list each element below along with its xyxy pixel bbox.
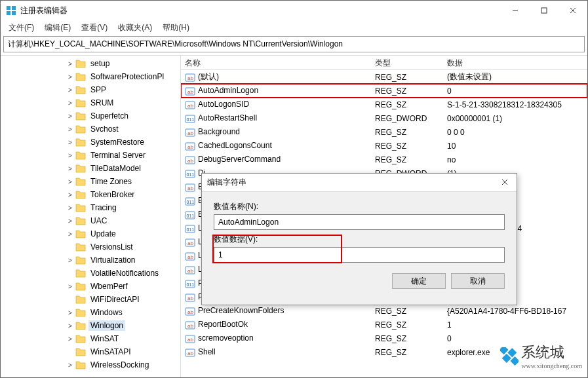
list-row[interactable]: abBackgroundREG_SZ0 0 0 bbox=[181, 125, 587, 139]
tree-item[interactable]: >SPP bbox=[1, 83, 180, 96]
expand-collapse-icon[interactable]: > bbox=[66, 257, 74, 264]
expand-collapse-icon[interactable]: > bbox=[66, 322, 74, 330]
svg-rect-0 bbox=[7, 6, 10, 10]
tree-item[interactable]: >Virtualization bbox=[1, 254, 180, 267]
expand-collapse-icon[interactable]: > bbox=[66, 165, 74, 172]
tree-item[interactable]: >Time Zones bbox=[1, 175, 180, 188]
tree-item[interactable]: >Superfetch bbox=[1, 109, 180, 123]
svg-text:011: 011 bbox=[187, 200, 195, 204]
address-bar[interactable]: 计算机\HKEY_LOCAL_MACHINE\SOFTWARE\Microsof… bbox=[3, 36, 585, 52]
tree-item-label: Svchost bbox=[88, 124, 121, 134]
list-row[interactable]: abPreCreateKnownFoldersREG_SZ{A520A1A4-1… bbox=[181, 304, 587, 318]
menu-item[interactable]: 编辑(E) bbox=[39, 21, 76, 35]
col-header-data[interactable]: 数据 bbox=[443, 56, 587, 69]
value-type-icon: ab bbox=[185, 251, 195, 261]
value-type: REG_SZ bbox=[371, 347, 443, 358]
tree-item[interactable]: >UAC bbox=[1, 214, 180, 227]
expand-collapse-icon[interactable]: > bbox=[66, 191, 74, 198]
folder-icon bbox=[75, 72, 86, 81]
expand-collapse-icon[interactable]: > bbox=[66, 126, 74, 133]
tree-item[interactable]: >TileDataModel bbox=[1, 162, 180, 175]
expand-collapse-icon[interactable]: > bbox=[66, 231, 74, 238]
tree-item[interactable]: >Windows bbox=[1, 306, 180, 319]
tree-item[interactable]: WiFiDirectAPI bbox=[1, 293, 180, 306]
value-data-input[interactable] bbox=[214, 247, 505, 263]
value-type: REG_SZ bbox=[371, 306, 443, 316]
expand-collapse-icon[interactable]: > bbox=[66, 178, 74, 185]
value-name-input[interactable] bbox=[214, 214, 505, 230]
tree-item-label: SystemRestore bbox=[88, 137, 146, 147]
tree-item[interactable]: >WbemPerf bbox=[1, 280, 180, 293]
svg-text:ab: ab bbox=[187, 323, 193, 329]
expand-collapse-icon[interactable]: > bbox=[66, 204, 74, 212]
expand-collapse-icon[interactable]: > bbox=[66, 217, 74, 225]
expand-collapse-icon[interactable]: > bbox=[66, 283, 74, 290]
tree-item-label: WinSAT bbox=[88, 333, 121, 344]
menu-item[interactable]: 帮助(H) bbox=[157, 21, 195, 35]
list-row[interactable]: abReportBootOkREG_SZ1 bbox=[181, 318, 587, 331]
expand-collapse-icon[interactable]: > bbox=[66, 309, 74, 316]
expand-collapse-icon[interactable]: > bbox=[66, 139, 74, 146]
list-row[interactable]: abAutoLogonSIDREG_SZS-1-5-21-3308218312-… bbox=[181, 98, 587, 111]
expand-collapse-icon[interactable]: > bbox=[66, 152, 74, 159]
dialog-titlebar[interactable]: 编辑字符串 bbox=[202, 174, 517, 192]
dialog-close-button[interactable] bbox=[498, 178, 511, 187]
tree-item[interactable]: >Svchost bbox=[1, 123, 180, 136]
tree-item[interactable]: >setup bbox=[1, 57, 180, 70]
expand-collapse-icon[interactable]: > bbox=[66, 362, 74, 369]
expand-collapse-icon[interactable]: > bbox=[66, 86, 74, 94]
folder-icon bbox=[75, 255, 86, 265]
list-row[interactable]: abCachedLogonsCountREG_SZ10 bbox=[181, 139, 587, 153]
value-type-icon: 011 bbox=[185, 210, 195, 220]
value-type-icon: ab bbox=[185, 155, 195, 165]
value-data-label: 数值数据(V): bbox=[214, 234, 505, 245]
value-data: 0x00000001 (1) bbox=[443, 113, 587, 124]
expand-collapse-icon[interactable]: > bbox=[66, 335, 74, 343]
list-row[interactable]: 011AutoRestartShellREG_DWORD0x00000001 (… bbox=[181, 111, 587, 125]
tree-item[interactable]: VolatileNotifications bbox=[1, 267, 180, 280]
folder-icon bbox=[75, 334, 86, 343]
folder-icon bbox=[75, 282, 86, 291]
menu-item[interactable]: 收藏夹(A) bbox=[113, 21, 157, 35]
tree-item-label: SPP bbox=[88, 85, 108, 95]
tree-item[interactable]: >SoftwareProtectionPl bbox=[1, 70, 180, 83]
list-row[interactable]: abDebugServerCommandREG_SZno bbox=[181, 153, 587, 166]
tree-item[interactable]: >WirelessDocking bbox=[1, 358, 180, 371]
svg-rect-53 bbox=[502, 353, 511, 362]
col-header-name[interactable]: 名称 bbox=[181, 56, 371, 69]
tree-item[interactable]: >SRUM bbox=[1, 96, 180, 109]
expand-collapse-icon[interactable]: > bbox=[66, 73, 74, 81]
cancel-button[interactable]: 取消 bbox=[451, 273, 505, 289]
tree-item-label: Update bbox=[88, 229, 118, 239]
svg-text:011: 011 bbox=[187, 282, 195, 287]
tree-item-label: Winlogon bbox=[88, 320, 125, 331]
expand-collapse-icon[interactable]: > bbox=[66, 60, 74, 67]
tree-item[interactable]: >SystemRestore bbox=[1, 136, 180, 149]
svg-text:011: 011 bbox=[187, 172, 195, 177]
close-button[interactable] bbox=[559, 1, 587, 20]
ok-button[interactable]: 确定 bbox=[392, 273, 446, 289]
col-header-type[interactable]: 类型 bbox=[371, 56, 443, 69]
tree-panel[interactable]: >setup>SoftwareProtectionPl>SPP>SRUM>Sup… bbox=[1, 56, 181, 378]
value-type: REG_SZ bbox=[371, 333, 443, 344]
maximize-button[interactable] bbox=[530, 1, 559, 20]
menu-item[interactable]: 文件(F) bbox=[3, 21, 39, 35]
minimize-button[interactable] bbox=[501, 1, 530, 20]
tree-item-label: SoftwareProtectionPl bbox=[88, 71, 166, 82]
expand-collapse-icon[interactable]: > bbox=[66, 113, 74, 120]
tree-item[interactable]: >Tracing bbox=[1, 201, 180, 214]
tree-item[interactable]: >TokenBroker bbox=[1, 188, 180, 201]
tree-item[interactable]: >Winlogon bbox=[1, 319, 180, 332]
value-data: (数值未设置) bbox=[443, 71, 587, 83]
tree-item[interactable]: WinSATAPI bbox=[1, 345, 180, 358]
tree-item[interactable]: >WinSAT bbox=[1, 332, 180, 345]
list-row[interactable]: ab(默认)REG_SZ(数值未设置) bbox=[181, 70, 587, 84]
tree-item[interactable]: >Update bbox=[1, 227, 180, 240]
list-row[interactable]: abAutoAdminLogonREG_SZ0 bbox=[181, 84, 587, 98]
expand-collapse-icon[interactable]: > bbox=[66, 100, 74, 107]
folder-icon bbox=[75, 229, 86, 238]
menu-item[interactable]: 查看(V) bbox=[76, 21, 113, 35]
tree-item[interactable]: VersionsList bbox=[1, 240, 180, 254]
tree-item[interactable]: >Terminal Server bbox=[1, 149, 180, 162]
folder-icon bbox=[75, 111, 86, 121]
